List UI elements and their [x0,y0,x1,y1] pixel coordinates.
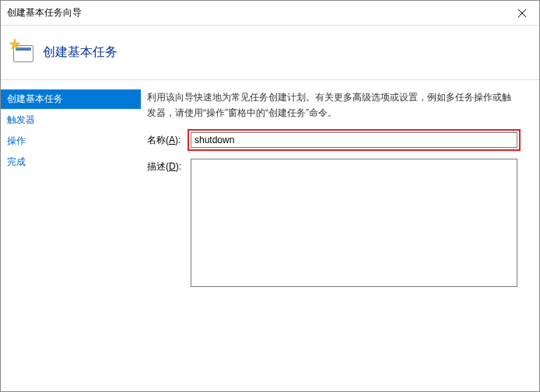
task-wizard-icon [10,40,35,65]
description-label: 描述(D): [147,159,191,173]
titlebar: 创建基本任务向导 [1,1,539,26]
wizard-header-title: 创建基本任务 [43,44,117,61]
name-input[interactable] [191,132,517,148]
name-row: 名称(A): [147,132,517,148]
sidebar-item-action[interactable]: 操作 [1,131,141,151]
wizard-content: 创建基本任务 触发器 操作 完成 利用该向导快速地为常见任务创建计划。有关更多高… [1,80,539,391]
description-row: 描述(D): [147,159,517,289]
sidebar-item-create-basic-task[interactable]: 创建基本任务 [1,89,141,109]
wizard-intro-text: 利用该向导快速地为常见任务创建计划。有关更多高级选项或设置，例如多任务操作或触发… [147,89,517,121]
sidebar-item-finish[interactable]: 完成 [1,152,141,172]
description-input[interactable] [191,159,517,287]
sidebar-item-trigger[interactable]: 触发器 [1,110,141,130]
wizard-sidebar: 创建基本任务 触发器 操作 完成 [1,80,141,391]
close-button[interactable] [504,1,539,26]
close-icon [518,9,526,17]
wizard-header: 创建基本任务 [1,26,539,80]
name-label: 名称(A): [147,132,191,147]
window-title: 创建基本任务向导 [7,6,82,19]
wizard-main-panel: 利用该向导快速地为常见任务创建计划。有关更多高级选项或设置，例如多任务操作或触发… [141,80,539,391]
